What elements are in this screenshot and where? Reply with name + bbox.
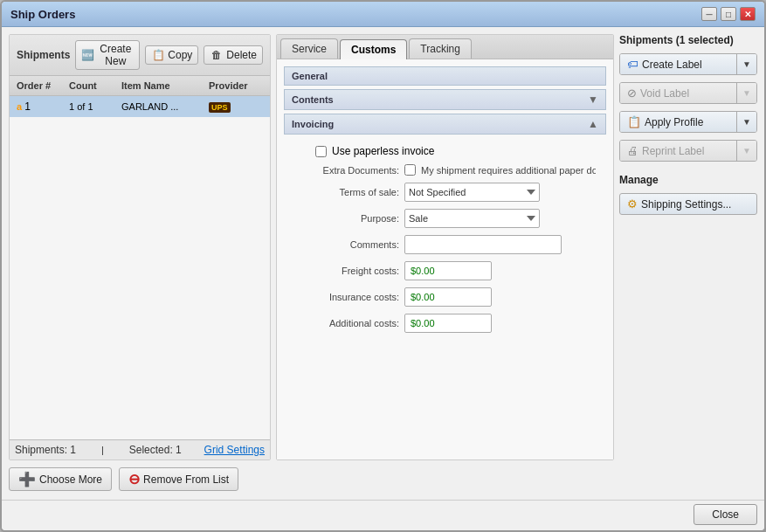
invoicing-content: Use paperless invoice Extra Documents: M… — [284, 138, 606, 347]
reprint-label-container: 🖨 Reprint Label ▼ — [619, 140, 757, 162]
create-label-icon: 🏷 — [627, 58, 638, 71]
general-label: General — [292, 71, 328, 81]
shipments-selected-label: Shipments (1 selected) — [619, 34, 757, 46]
create-new-button[interactable]: 🆕 Create New — [75, 40, 140, 70]
contents-section-header[interactable]: Contents ▼ — [284, 89, 606, 110]
bottom-toolbar: ➕ Choose More ⊖ Remove From List — [9, 466, 757, 493]
general-section-header[interactable]: General — [284, 66, 606, 86]
invoicing-section-header[interactable]: Invoicing ▲ — [284, 114, 606, 135]
copy-icon: 📋 — [151, 48, 165, 62]
table-row[interactable]: a 1 1 of 1 GARLAND ... UPS — [10, 96, 270, 117]
apply-profile-icon: 📋 — [627, 115, 641, 128]
extra-docs-label: Extra Documents: — [294, 165, 399, 176]
reprint-label-icon: 🖨 — [627, 144, 638, 157]
reprint-label-button[interactable]: 🖨 Reprint Label — [620, 141, 737, 161]
item-name-cell: GARLAND ... — [118, 100, 205, 114]
void-label-button[interactable]: ⊘ Void Label — [620, 83, 737, 103]
create-label-button[interactable]: 🏷 Create Label — [620, 54, 737, 74]
shipping-settings-icon: ⚙ — [627, 197, 638, 211]
insurance-costs-input[interactable] — [404, 287, 492, 307]
shipping-settings-button[interactable]: ⚙ Shipping Settings... — [619, 193, 757, 215]
additional-costs-input[interactable] — [404, 314, 492, 333]
insurance-costs-group: Insurance costs: — [294, 287, 596, 307]
purpose-select[interactable]: Sale Gift Documents Sample Return Other — [404, 209, 540, 228]
extra-docs-group: Extra Documents: My shipment requires ad… — [294, 164, 596, 176]
col-count: Count — [66, 79, 118, 93]
invoicing-label: Invoicing — [292, 119, 334, 129]
invoicing-chevron-icon: ▲ — [588, 118, 598, 130]
paperless-invoice-label: Use paperless invoice — [332, 145, 434, 157]
order-number-cell: a 1 — [13, 99, 66, 114]
left-panel: Shipments 🆕 Create New 📋 Copy 🗑 Delete — [9, 34, 271, 460]
footer-shipments: Shipments: 1 — [15, 444, 76, 456]
ship-orders-window: Ship Orders ─ □ ✕ Shipments 🆕 Create New… — [0, 0, 766, 532]
manage-label: Manage — [619, 174, 757, 186]
void-label-icon: ⊘ — [627, 86, 637, 100]
paperless-invoice-group: Use paperless invoice — [294, 145, 596, 157]
provider-cell: UPS — [205, 100, 266, 114]
extra-docs-checkbox[interactable] — [404, 164, 416, 176]
insurance-costs-label: Insurance costs: — [294, 292, 399, 302]
delete-button[interactable]: 🗑 Delete — [204, 45, 263, 65]
create-new-icon: 🆕 — [81, 48, 94, 62]
right-panel: Shipments (1 selected) 🏷 Create Label ▼ … — [619, 34, 757, 460]
freight-costs-label: Freight costs: — [294, 266, 399, 276]
tab-service[interactable]: Service — [280, 38, 338, 59]
window-controls: ─ □ ✕ — [701, 7, 756, 21]
amazon-icon: a — [17, 101, 22, 112]
tab-tracking[interactable]: Tracking — [409, 38, 472, 59]
close-button[interactable]: Close — [694, 504, 757, 525]
left-footer: Shipments: 1 | Selected: 1 Grid Settings — [10, 439, 270, 459]
additional-costs-label: Additional costs: — [294, 318, 399, 328]
window-body: Shipments 🆕 Create New 📋 Copy 🗑 Delete — [2, 27, 764, 500]
remove-icon: ⊖ — [128, 471, 140, 487]
void-label-container: ⊘ Void Label ▼ — [619, 82, 757, 104]
center-panel: Service Customs Tracking General — [276, 34, 614, 460]
minimize-button[interactable]: ─ — [701, 7, 717, 21]
comments-group: Comments: — [294, 235, 596, 254]
window-close-button[interactable]: ✕ — [740, 7, 756, 21]
footer-selected: Selected: 1 — [129, 444, 182, 456]
freight-costs-input[interactable] — [404, 261, 492, 280]
contents-label: Contents — [292, 94, 334, 105]
count-cell: 1 of 1 — [66, 100, 118, 114]
tab-customs[interactable]: Customs — [340, 39, 407, 59]
window-title: Ship Orders — [10, 8, 75, 21]
tab-content-customs: General Contents ▼ Invoicing ▲ — [277, 59, 613, 459]
tabs-bar: Service Customs Tracking — [277, 35, 613, 59]
window-footer: Close — [2, 500, 764, 530]
void-label-dropdown-button[interactable]: ▼ — [737, 83, 756, 103]
col-order: Order # — [13, 79, 66, 93]
create-label-dropdown-button[interactable]: ▼ — [737, 54, 756, 74]
reprint-label-dropdown-button[interactable]: ▼ — [737, 141, 756, 161]
main-area: Shipments 🆕 Create New 📋 Copy 🗑 Delete — [9, 34, 757, 460]
remove-from-list-button[interactable]: ⊖ Remove From List — [119, 467, 238, 491]
comments-input[interactable] — [404, 235, 562, 254]
purpose-label: Purpose: — [294, 213, 399, 224]
shipments-grid: a 1 1 of 1 GARLAND ... UPS — [10, 96, 270, 439]
grid-settings-link[interactable]: Grid Settings — [204, 444, 265, 456]
col-item: Item Name — [118, 79, 205, 93]
freight-costs-group: Freight costs: — [294, 261, 596, 280]
apply-profile-container: 📋 Apply Profile ▼ — [619, 111, 757, 133]
maximize-button[interactable]: □ — [721, 7, 736, 21]
comments-label: Comments: — [294, 239, 399, 250]
grid-header: Order # Count Item Name Provider — [10, 76, 270, 96]
terms-of-sale-label: Terms of sale: — [294, 187, 399, 197]
apply-profile-button[interactable]: 📋 Apply Profile — [620, 112, 737, 132]
extra-docs-text: My shipment requires additional paper do… — [421, 165, 596, 176]
delete-icon: 🗑 — [210, 48, 224, 62]
copy-button[interactable]: 📋 Copy — [145, 45, 198, 65]
title-bar: Ship Orders ─ □ ✕ — [2, 2, 764, 27]
apply-profile-dropdown-button[interactable]: ▼ — [737, 112, 756, 132]
ups-badge: UPS — [209, 102, 231, 113]
shipments-label: Shipments — [17, 49, 70, 61]
col-provider: Provider — [205, 79, 266, 93]
plus-icon: ➕ — [18, 471, 36, 487]
contents-chevron-icon: ▼ — [588, 93, 598, 106]
paperless-invoice-checkbox[interactable] — [315, 146, 327, 157]
choose-more-button[interactable]: ➕ Choose More — [9, 467, 112, 491]
purpose-group: Purpose: Sale Gift Documents Sample Retu… — [294, 209, 596, 228]
terms-of-sale-select[interactable]: Not Specified CIF FOB EXW DDP DDU — [404, 183, 540, 202]
shipments-header: Shipments 🆕 Create New 📋 Copy 🗑 Delete — [10, 35, 270, 76]
